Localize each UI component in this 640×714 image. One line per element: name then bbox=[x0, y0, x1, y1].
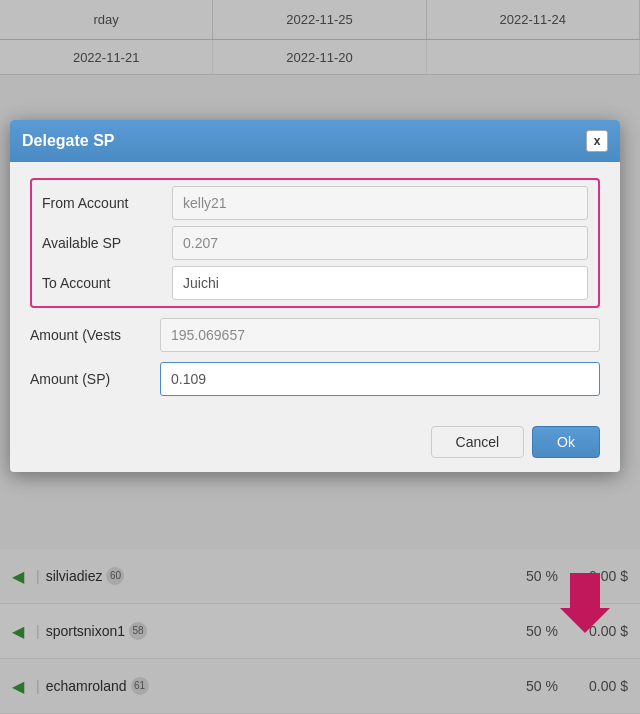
amount-sp-input[interactable] bbox=[160, 362, 600, 396]
from-account-input[interactable] bbox=[172, 186, 588, 220]
to-account-label: To Account bbox=[42, 275, 172, 291]
delegate-sp-dialog: Delegate SP x From Account Available SP … bbox=[10, 120, 620, 472]
available-sp-label: Available SP bbox=[42, 235, 172, 251]
dialog-body: From Account Available SP To Account Amo… bbox=[10, 162, 620, 418]
from-account-label: From Account bbox=[42, 195, 172, 211]
amount-sp-row: Amount (SP) bbox=[30, 362, 600, 396]
amount-sp-label: Amount (SP) bbox=[30, 371, 160, 387]
dialog-header: Delegate SP x bbox=[10, 120, 620, 162]
amount-vests-label: Amount (Vests bbox=[30, 327, 160, 343]
amount-vests-row: Amount (Vests bbox=[30, 318, 600, 352]
from-account-row: From Account bbox=[42, 186, 588, 220]
to-account-row: To Account bbox=[42, 266, 588, 300]
dialog-footer: Cancel Ok bbox=[10, 418, 620, 472]
to-account-input[interactable] bbox=[172, 266, 588, 300]
highlight-box: From Account Available SP To Account bbox=[30, 178, 600, 308]
available-sp-row: Available SP bbox=[42, 226, 588, 260]
ok-button[interactable]: Ok bbox=[532, 426, 600, 458]
amount-vests-input[interactable] bbox=[160, 318, 600, 352]
available-sp-input[interactable] bbox=[172, 226, 588, 260]
dialog-close-button[interactable]: x bbox=[586, 130, 608, 152]
dialog-title: Delegate SP bbox=[22, 132, 114, 150]
cancel-button[interactable]: Cancel bbox=[431, 426, 525, 458]
